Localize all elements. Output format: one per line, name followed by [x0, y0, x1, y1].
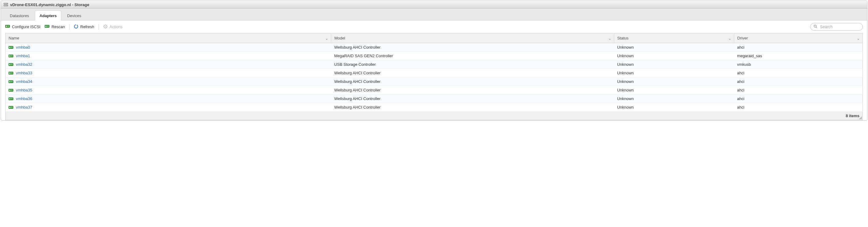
adapter-status: Unknown [614, 95, 734, 103]
table-row[interactable]: vmhba37 Wellsburg AHCI ControllerUnknown… [5, 103, 863, 112]
adapter-model: Wellsburg AHCI Controller [331, 69, 614, 77]
svg-rect-39 [11, 73, 12, 73]
refresh-icon [74, 24, 79, 30]
table-row[interactable]: vmhba0 Wellsburg AHCI ControllerUnknowna… [5, 43, 863, 52]
chevron-down-icon: ⌄ [728, 36, 732, 40]
adapter-driver: ahci [734, 77, 863, 86]
svg-rect-27 [11, 47, 12, 48]
hba-icon [8, 71, 13, 75]
svg-rect-46 [11, 90, 12, 90]
svg-rect-54 [11, 107, 12, 107]
adapter-status: Unknown [614, 86, 734, 95]
svg-point-3 [7, 5, 8, 6]
configure-iscsi-label: Configure iSCSI [12, 25, 40, 29]
svg-rect-7 [8, 26, 9, 27]
adapter-driver: ahci [734, 86, 863, 95]
tabs: Datastores Adapters Devices [1, 8, 867, 21]
adapter-status: Unknown [614, 77, 734, 86]
svg-rect-41 [9, 81, 10, 82]
svg-rect-45 [9, 90, 10, 91]
toolbar-separator [69, 24, 69, 30]
col-model-label: Model [334, 36, 345, 40]
svg-rect-11 [47, 26, 49, 27]
svg-point-22 [814, 25, 816, 27]
search-box[interactable] [810, 23, 863, 31]
hba-icon [8, 45, 13, 49]
refresh-label: Refresh [80, 25, 94, 29]
search-icon [813, 25, 817, 29]
tab-datastores[interactable]: Datastores [5, 10, 34, 21]
svg-rect-42 [11, 81, 12, 82]
adapter-driver: vmkusb [734, 60, 863, 69]
adapter-name-link[interactable]: vmhba36 [16, 96, 32, 101]
svg-rect-35 [11, 65, 12, 65]
adapter-model: Wellsburg AHCI Controller [331, 95, 614, 103]
hba-icon [8, 105, 13, 109]
adapter-name-link[interactable]: vmhba32 [16, 62, 32, 67]
adapter-name-link[interactable]: vmhba37 [16, 105, 32, 109]
svg-line-23 [816, 27, 817, 28]
adapter-model: Wellsburg AHCI Controller [331, 103, 614, 112]
hba-icon [8, 97, 13, 101]
col-name[interactable]: Name ⌄ [5, 33, 331, 43]
table-row[interactable]: vmhba1 MegaRAID SAS GEN2 ControllerUnkno… [5, 52, 863, 60]
adapter-name-link[interactable]: vmhba35 [16, 88, 32, 92]
actions-button[interactable]: Actions [103, 24, 123, 30]
adapter-driver: ahci [734, 43, 863, 52]
adapter-driver: ahci [734, 69, 863, 77]
actions-label: Actions [110, 25, 123, 29]
adapter-name-link[interactable]: vmhba1 [16, 54, 30, 58]
adapter-model: USB Storage Controller [331, 60, 614, 69]
adapter-status: Unknown [614, 43, 734, 52]
window-titlebar: vDrone-ESX01.dynamic.ziggo.nl - Storage [1, 1, 867, 8]
storage-icon [3, 2, 8, 7]
tab-devices[interactable]: Devices [62, 10, 86, 21]
svg-rect-53 [9, 107, 10, 108]
col-status[interactable]: Status ⌄ [614, 33, 734, 43]
adapter-driver: ahci [734, 95, 863, 103]
rescan-button[interactable]: Rescan [45, 25, 65, 29]
svg-line-20 [104, 27, 104, 28]
header-row: Name ⌄ Model ⌄ Status ⌄ Driver ⌄ [5, 33, 863, 43]
col-model[interactable]: Model ⌄ [331, 33, 614, 43]
gear-icon [103, 24, 108, 30]
table-row[interactable]: vmhba33 Wellsburg AHCI ControllerUnknown… [5, 69, 863, 77]
col-status-label: Status [617, 36, 629, 40]
table-row[interactable]: vmhba34 Wellsburg AHCI ControllerUnknown… [5, 77, 863, 86]
adapter-driver: ahci [734, 103, 863, 112]
grid-footer: 8 items [5, 112, 863, 120]
col-driver-label: Driver [737, 36, 748, 40]
tab-adapters[interactable]: Adapters [35, 10, 61, 21]
adapter-status: Unknown [614, 52, 734, 60]
refresh-button[interactable]: Refresh [74, 24, 94, 30]
svg-line-19 [106, 27, 107, 28]
adapter-card-icon [5, 25, 10, 29]
resize-grip-icon[interactable] [859, 116, 862, 119]
svg-rect-6 [8, 26, 9, 26]
adapter-name-link[interactable]: vmhba34 [16, 79, 32, 84]
adapter-status: Unknown [614, 69, 734, 77]
rescan-label: Rescan [52, 25, 65, 29]
svg-rect-33 [9, 64, 10, 65]
table-row[interactable]: vmhba35 Wellsburg AHCI ControllerUnknown… [5, 86, 863, 95]
search-input[interactable] [819, 24, 860, 29]
configure-iscsi-button[interactable]: Configure iSCSI [5, 25, 40, 29]
adapter-model: Wellsburg AHCI Controller [331, 43, 614, 52]
svg-rect-30 [11, 55, 12, 56]
chevron-down-icon: ⌄ [608, 36, 612, 40]
svg-line-18 [104, 25, 104, 25]
hba-icon [8, 89, 13, 92]
storage-window: vDrone-ESX01.dynamic.ziggo.nl - Storage … [1, 1, 867, 121]
table-row[interactable]: vmhba32 USB Storage ControllerUnknownvmk… [5, 60, 863, 69]
item-count: 8 items [846, 114, 860, 118]
svg-rect-34 [11, 64, 12, 64]
adapter-name-link[interactable]: vmhba0 [16, 45, 30, 50]
adapter-name-link[interactable]: vmhba33 [16, 71, 32, 75]
svg-rect-29 [9, 55, 10, 57]
window-title: vDrone-ESX01.dynamic.ziggo.nl - Storage [10, 2, 89, 7]
svg-point-13 [105, 26, 106, 27]
table-row[interactable]: vmhba36 Wellsburg AHCI ControllerUnknown… [5, 95, 863, 103]
svg-point-2 [7, 3, 8, 4]
adapter-model: MegaRAID SAS GEN2 Controller [331, 52, 614, 60]
col-driver[interactable]: Driver ⌄ [734, 33, 863, 43]
